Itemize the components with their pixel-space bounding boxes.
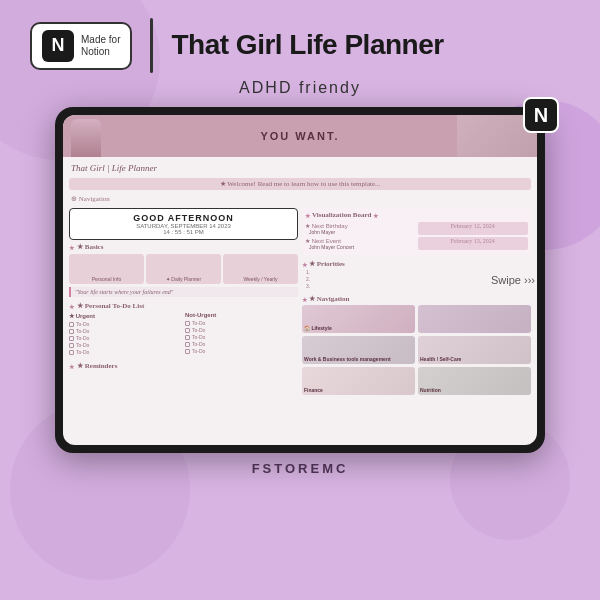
greeting-main: GOOD AFTERNOON xyxy=(76,213,291,223)
left-panel: GOOD AFTERNOON SATURDAY, SEPTEMBER 14 20… xyxy=(69,208,298,395)
navigation-label: ★ Navigation xyxy=(302,295,531,303)
title-area: That Girl Life Planner xyxy=(171,30,443,61)
footer-brand: FSTOREMC xyxy=(0,461,600,476)
tablet-screen: YOU WANT. That Girl | Life Planner ★ Wel… xyxy=(63,115,537,445)
welcome-bar[interactable]: ★ Welcome! Read me to learn how to use t… xyxy=(69,178,531,190)
basics-weekly-label: Weekly / Yearly xyxy=(243,276,277,282)
nav-item-health[interactable]: Health / Self-Care xyxy=(418,336,531,364)
notion-tablet-icon: N xyxy=(523,97,559,133)
todo-urgent-label: ★ Urgent xyxy=(69,312,182,319)
footer: FSTOREMC xyxy=(0,453,600,480)
tablet-wrapper: N YOU WANT. That Girl | Life Planner ★ W… xyxy=(0,107,600,453)
todo-text: To-Do xyxy=(192,327,205,333)
todo-item[interactable]: To-Do xyxy=(185,341,298,347)
notion-brand-label: Notion xyxy=(81,46,120,58)
todo-item[interactable]: To-Do xyxy=(69,328,182,334)
todo-checkbox[interactable] xyxy=(185,349,190,354)
quote-bar: "Your life starts where your failures en… xyxy=(69,287,298,297)
notion-badge-text: Made for Notion xyxy=(81,34,120,58)
basics-grid: Personal Info ✦ Daily Planner Weekly / Y… xyxy=(69,254,298,284)
avatar-image xyxy=(71,119,101,157)
todo-item[interactable]: To-Do xyxy=(69,342,182,348)
nav-item-finance-label: Finance xyxy=(304,387,413,393)
todo-checkbox[interactable] xyxy=(185,321,190,326)
nav-item-empty[interactable] xyxy=(418,305,531,333)
subtitle: ADHD friendy xyxy=(0,79,600,97)
todo-checkbox[interactable] xyxy=(69,336,74,341)
main-title: That Girl Life Planner xyxy=(171,30,443,61)
header-divider xyxy=(150,18,153,73)
todo-text: To-Do xyxy=(192,341,205,347)
banner-text: YOU WANT. xyxy=(260,130,339,142)
basics-daily-label: ✦ Daily Planner xyxy=(166,276,201,282)
viz-event-date: February 13, 2024 xyxy=(418,237,529,250)
greeting-time: 14 : 55 : 51 PM xyxy=(76,229,291,235)
viz-birthday-date: February 12, 2024 xyxy=(418,222,529,235)
nav-grid: 🏠 Lifestyle Work & Business tools manage… xyxy=(302,305,531,395)
todo-checkbox[interactable] xyxy=(69,343,74,348)
todo-text: To-Do xyxy=(76,328,89,334)
viz-board-title: Visualization Board xyxy=(305,211,528,219)
todo-label: ★ Personal To-Do List xyxy=(69,302,298,310)
basics-personal-info[interactable]: Personal Info xyxy=(69,254,144,284)
todo-text: To-Do xyxy=(76,321,89,327)
todo-checkbox[interactable] xyxy=(185,342,190,347)
tablet-mockup: N YOU WANT. That Girl | Life Planner ★ W… xyxy=(55,107,545,453)
nav-item-finance[interactable]: Finance xyxy=(302,367,415,395)
nav-item-work[interactable]: Work & Business tools management xyxy=(302,336,415,364)
basics-label: ★ Basics xyxy=(69,243,298,251)
todo-not-urgent-col: Not-Urgent To-Do To-Do To-Do To-Do To-Do xyxy=(185,312,298,356)
todo-text: To-Do xyxy=(76,335,89,341)
todo-text: To-Do xyxy=(76,349,89,355)
navigation-section: ★ Navigation 🏠 Lifestyle Work & Business… xyxy=(302,295,531,395)
nav-item-nutrition[interactable]: Nutrition xyxy=(418,367,531,395)
page-title-row: That Girl | Life Planner xyxy=(69,161,531,174)
basics-weekly[interactable]: Weekly / Yearly xyxy=(223,254,298,284)
todo-item[interactable]: To-Do xyxy=(185,320,298,326)
todo-text: To-Do xyxy=(192,334,205,340)
todo-checkbox[interactable] xyxy=(69,329,74,334)
todo-urgent-col: ★ Urgent To-Do To-Do To-Do To-Do To-Do xyxy=(69,312,182,356)
todo-text: To-Do xyxy=(192,348,205,354)
todo-section: ★ Personal To-Do List ★ Urgent To-Do To-… xyxy=(69,302,298,356)
todo-checkbox[interactable] xyxy=(185,335,190,340)
todo-checkbox[interactable] xyxy=(69,322,74,327)
todo-checkbox[interactable] xyxy=(69,350,74,355)
nav-item-work-label: Work & Business tools management xyxy=(304,356,413,362)
todo-not-urgent-label: Not-Urgent xyxy=(185,312,298,318)
screen-body: That Girl | Life Planner ★ Welcome! Read… xyxy=(63,157,537,399)
todo-text: To-Do xyxy=(192,320,205,326)
swipe-label: Swipe ››› xyxy=(491,274,535,286)
reminders-label: ★ Reminders xyxy=(69,362,298,370)
viz-next-birthday: ★ Next Birthday John Mayer February 12, … xyxy=(305,222,528,235)
todo-item[interactable]: To-Do xyxy=(69,349,182,355)
nav-item-lifestyle[interactable]: 🏠 Lifestyle xyxy=(302,305,415,333)
nav-item-health-label: Health / Self-Care xyxy=(420,356,529,362)
todo-item[interactable]: To-Do xyxy=(69,335,182,341)
todo-text: To-Do xyxy=(76,342,89,348)
viz-birthday-label: ★ Next Birthday xyxy=(305,222,416,229)
todo-item[interactable]: To-Do xyxy=(185,334,298,340)
greeting-box: GOOD AFTERNOON SATURDAY, SEPTEMBER 14 20… xyxy=(69,208,298,240)
todo-item[interactable]: To-Do xyxy=(185,348,298,354)
viz-event-label: ★ Next Event xyxy=(305,237,416,244)
priorities-label: ★ Priorities xyxy=(302,260,531,268)
viz-birthday-name: John Mayer xyxy=(305,229,416,235)
nav-item-lifestyle-label: 🏠 Lifestyle xyxy=(304,325,413,331)
todo-item[interactable]: To-Do xyxy=(69,321,182,327)
basics-personal-label: Personal Info xyxy=(92,276,121,282)
basics-daily-planner[interactable]: ✦ Daily Planner xyxy=(146,254,221,284)
page-title: That Girl | Life Planner xyxy=(71,163,157,173)
made-for-label: Made for xyxy=(81,34,120,46)
todo-item[interactable]: To-Do xyxy=(185,327,298,333)
notion-n-icon: N xyxy=(42,30,74,62)
viz-board: Visualization Board ★ Next Birthday John… xyxy=(302,208,531,255)
notion-badge: N Made for Notion xyxy=(30,22,132,70)
nav-item-nutrition-label: Nutrition xyxy=(420,387,529,393)
nav-row: ⊕ Navigation xyxy=(69,194,531,204)
right-panel: Visualization Board ★ Next Birthday John… xyxy=(302,208,531,395)
todo-columns: ★ Urgent To-Do To-Do To-Do To-Do To-Do N… xyxy=(69,312,298,356)
header: N Made for Notion That Girl Life Planner xyxy=(0,0,600,79)
viz-next-event: ★ Next Event John Mayer Concert February… xyxy=(305,237,528,250)
todo-checkbox[interactable] xyxy=(185,328,190,333)
